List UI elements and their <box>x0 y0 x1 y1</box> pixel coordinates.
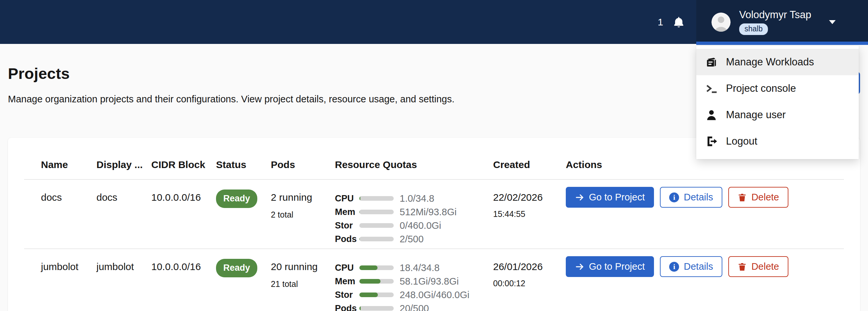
avatar <box>711 12 731 32</box>
notifications[interactable]: 1 <box>658 16 685 28</box>
project-cidr: 10.0.0.0/16 <box>151 261 216 273</box>
table-row: jumbolot jumbolot 10.0.0.0/16 Ready 20 r… <box>24 249 844 311</box>
projects-table-card: Name Display ... CIDR Block Status Pods … <box>8 138 860 311</box>
go-to-project-button[interactable]: Go to Project <box>566 187 654 208</box>
chevron-down-icon <box>829 20 836 24</box>
quota-stor: Stor 0/460.0Gi <box>335 219 493 232</box>
table-row: docs docs 10.0.0.0/16 Ready 2 running 2 … <box>24 180 844 249</box>
pods-cell: 20 running 21 total <box>271 261 335 290</box>
info-icon: i <box>669 192 679 203</box>
trash-icon <box>738 262 747 271</box>
actions-cell: Go to Project i Details Delete <box>566 256 844 277</box>
column-header-quotas: Resource Quotas <box>335 159 493 171</box>
quota-bar <box>359 210 394 214</box>
info-icon: i <box>669 262 679 272</box>
pods-total: 21 total <box>271 278 335 290</box>
actions-cell: Go to Project i Details Delete <box>566 187 844 208</box>
quota-bar <box>359 279 394 284</box>
quota-bar <box>359 196 394 201</box>
pods-total: 2 total <box>271 209 335 221</box>
pods-running: 20 running <box>271 261 335 273</box>
pods-running: 2 running <box>271 191 335 204</box>
created-time: 15:44:55 <box>493 208 566 220</box>
resource-quotas-cell: CPU 1.0/34.8 Mem 512Mi/93.8Gi Stor 0/460… <box>335 191 493 246</box>
quota-bar <box>359 306 394 311</box>
quota-mem: Mem 512Mi/93.8Gi <box>335 205 493 219</box>
arrow-right-icon <box>575 262 584 271</box>
terminal-icon <box>706 83 717 94</box>
menu-item-manage-user[interactable]: Manage user <box>696 102 859 128</box>
column-header-created: Created <box>493 159 566 171</box>
user-meta: Volodymyr Tsap shalb <box>739 9 811 35</box>
quota-stor: Stor 248.0Gi/460.0Gi <box>335 288 493 302</box>
header-right: 1 Volodymyr Tsap shalb <box>658 0 868 44</box>
menu-item-label: Project console <box>726 83 796 94</box>
created-time: 00:00:12 <box>493 277 566 289</box>
menu-item-manage-workloads[interactable]: Manage Workloads <box>696 49 859 75</box>
column-header-pods: Pods <box>271 159 335 171</box>
quota-mem: Mem 58.1Gi/93.8Gi <box>335 274 493 288</box>
quota-bar <box>359 223 394 228</box>
delete-button[interactable]: Delete <box>728 187 788 208</box>
user-name: Volodymyr Tsap <box>739 9 811 21</box>
project-cidr: 10.0.0.0/16 <box>151 191 216 204</box>
column-header-status: Status <box>216 159 271 171</box>
status-badge: Ready <box>216 259 257 277</box>
created-cell: 26/01/2026 00:00:12 <box>493 261 566 289</box>
quota-bar <box>359 237 394 241</box>
created-cell: 22/02/2026 15:44:55 <box>493 191 566 220</box>
delete-button[interactable]: Delete <box>728 256 788 277</box>
quota-bar <box>359 266 394 270</box>
details-button[interactable]: i Details <box>660 256 722 277</box>
details-button[interactable]: i Details <box>660 187 722 208</box>
status-badge: Ready <box>216 189 257 208</box>
menu-item-logout[interactable]: Logout <box>696 128 859 155</box>
created-date: 22/02/2026 <box>493 191 566 204</box>
go-to-project-button[interactable]: Go to Project <box>566 256 654 277</box>
trash-icon <box>738 193 747 202</box>
resource-quotas-cell: CPU 18.4/34.8 Mem 58.1Gi/93.8Gi Stor 248… <box>335 261 493 311</box>
workloads-icon <box>706 56 717 68</box>
user-menu-toggle[interactable]: Volodymyr Tsap shalb <box>696 0 868 44</box>
project-display-name: docs <box>96 191 151 204</box>
quota-bar <box>359 292 394 297</box>
column-header-name: Name <box>41 159 96 171</box>
quota-cpu: CPU 18.4/34.8 <box>335 261 493 274</box>
menu-item-project-console[interactable]: Project console <box>696 75 859 102</box>
project-display-name: jumbolot <box>96 261 151 273</box>
user-dropdown-menu: Manage Workloads Project console Manage … <box>696 45 859 159</box>
menu-item-label: Logout <box>726 135 757 147</box>
menu-item-label: Manage user <box>726 109 786 121</box>
logout-icon <box>706 135 717 147</box>
arrow-right-icon <box>575 193 584 202</box>
column-header-display: Display ... <box>96 159 151 171</box>
user-icon <box>706 109 717 121</box>
created-date: 26/01/2026 <box>493 261 566 273</box>
notification-count: 1 <box>658 17 663 28</box>
masthead: 1 Volodymyr Tsap shalb <box>0 0 868 44</box>
column-header-cidr: CIDR Block <box>151 159 216 171</box>
quota-pods: Pods 2/500 <box>335 232 493 246</box>
org-badge: shalb <box>739 24 768 35</box>
project-name: jumbolot <box>41 261 96 273</box>
column-header-actions: Actions <box>566 159 844 171</box>
menu-item-label: Manage Workloads <box>726 56 814 68</box>
quota-pods: Pods 20/500 <box>335 302 493 311</box>
project-name: docs <box>41 191 96 204</box>
pods-cell: 2 running 2 total <box>271 191 335 221</box>
user-panel-active-indicator <box>696 41 868 45</box>
quota-cpu: CPU 1.0/34.8 <box>335 191 493 205</box>
bell-icon[interactable] <box>673 16 685 28</box>
